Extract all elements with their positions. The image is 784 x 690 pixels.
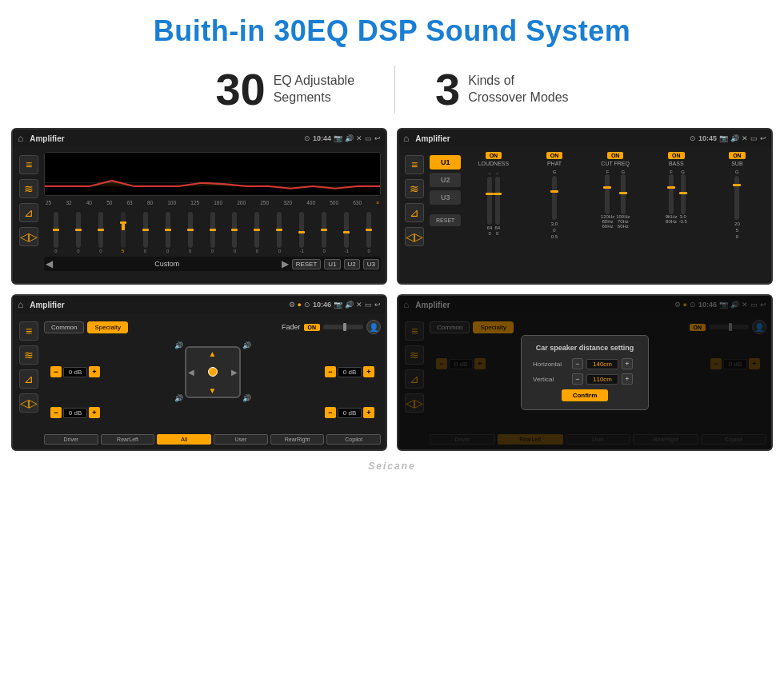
window-icon-2[interactable]: ▭ [750, 134, 758, 142]
home-icon[interactable]: ⌂ [18, 133, 23, 144]
back-icon-2[interactable]: ↩ [760, 134, 766, 142]
dialog-vertical-plus[interactable]: + [622, 373, 633, 385]
stat-crossover-number: 3 [435, 67, 460, 112]
cutfreq-slider-f[interactable] [605, 174, 610, 214]
eq-sidebar-btn-4[interactable]: ◁▷ [19, 227, 38, 246]
home-icon-3[interactable]: ⌂ [18, 299, 23, 310]
front-right-minus-btn[interactable]: − [325, 366, 336, 377]
eq-u3-btn[interactable]: U3 [363, 259, 379, 269]
eq-sidebar-btn-3[interactable]: ⊿ [19, 203, 38, 222]
bass-on-btn[interactable]: ON [668, 152, 685, 159]
dialog-horizontal-minus[interactable]: − [572, 358, 583, 369]
sub-label: SUB [731, 161, 742, 166]
user-btn[interactable]: User [214, 434, 268, 445]
rearright-btn[interactable]: RearRight [270, 434, 325, 445]
back-icon[interactable]: ↩ [374, 134, 381, 142]
crossover-u3-btn[interactable]: U3 [430, 190, 461, 205]
bass-slider-f[interactable] [669, 174, 674, 214]
fader-time: 10:46 [313, 301, 331, 309]
phat-slider[interactable] [552, 176, 557, 220]
rear-right-plus-btn[interactable]: + [363, 407, 374, 418]
front-left-minus-btn[interactable]: − [50, 366, 62, 377]
crossover-u1-btn[interactable]: U1 [430, 155, 461, 170]
crossover-sidebar-btn-4[interactable]: ◁▷ [405, 227, 424, 246]
sub-on-btn[interactable]: ON [729, 152, 746, 159]
eq-sidebar-btn-2[interactable]: ≋ [19, 179, 38, 198]
eq-reset-btn[interactable]: RESET [292, 259, 322, 269]
fader-main-area: Common Specialty Fader ON 👤 − 0 dB [44, 318, 381, 445]
front-left-plus-btn[interactable]: + [89, 366, 100, 377]
dialog-vertical-row: Vertical − 110cm + [533, 373, 637, 385]
profile-icon[interactable]: 👤 [366, 320, 381, 334]
fader-common-tab[interactable]: Common [44, 321, 84, 333]
close-icon-3[interactable]: ✕ [356, 301, 362, 309]
copilot-btn[interactable]: Copilot [326, 434, 381, 445]
sub-slider[interactable] [734, 176, 739, 220]
eq-slider-4: 0 [135, 212, 156, 253]
fader-sidebar-btn-1[interactable]: ≡ [19, 321, 38, 341]
eq-sliders: 0 0 0 [44, 209, 381, 253]
window-icon-3[interactable]: ▭ [365, 301, 372, 309]
front-right-plus-btn[interactable]: + [363, 366, 374, 377]
svg-rect-0 [45, 153, 380, 196]
crossover-sidebar-btn-3[interactable]: ⊿ [405, 203, 424, 222]
crossover-sidebar-btn-1[interactable]: ≡ [405, 155, 424, 174]
rear-left-db-value: 0 dB [63, 408, 87, 418]
eq-slider-10: 0 [269, 212, 290, 253]
crossover-sidebar-btn-2[interactable]: ≋ [405, 179, 424, 198]
window-icon[interactable]: ▭ [365, 134, 372, 142]
eq-u1-btn[interactable]: U1 [324, 259, 340, 269]
eq-prev-btn[interactable]: ◀ [46, 258, 53, 269]
rear-right-minus-btn[interactable]: − [325, 407, 336, 418]
loudness-slider-2[interactable] [495, 177, 500, 225]
eq-slider-0: 0 [46, 212, 66, 253]
fader-sidebar-btn-2[interactable]: ≋ [19, 345, 38, 365]
all-btn[interactable]: All [157, 434, 211, 445]
fader-status-bar: ⌂ Amplifier ⚙ ● ⊙ 10:46 📷 🔊 ✕ ▭ ↩ [13, 296, 386, 313]
dialog-vertical-label: Vertical [533, 376, 569, 383]
crossover-reset-btn[interactable]: RESET [430, 214, 461, 226]
eq-graph [44, 152, 381, 196]
fader-bottom-buttons: Driver RearLeft All User RearRight Copil… [44, 434, 381, 445]
bass-slider-g[interactable] [681, 174, 686, 214]
front-left-db-value: 0 dB [63, 367, 87, 377]
dialog-horizontal-plus[interactable]: + [622, 358, 633, 369]
rear-left-minus-btn[interactable]: − [50, 407, 62, 418]
eq-u2-btn[interactable]: U2 [344, 259, 360, 269]
stat-eq: 30 EQ Adjustable Segments [175, 67, 394, 112]
crossover-time: 10:45 [698, 134, 717, 142]
fader-sidebar-btn-3[interactable]: ⊿ [19, 369, 38, 389]
phat-label: PHAT [547, 161, 562, 166]
expand-icon[interactable]: » [376, 200, 379, 205]
dialog-confirm-btn[interactable]: Confirm [562, 389, 609, 401]
close-icon-2[interactable]: ✕ [742, 134, 748, 142]
distance-dialog-overlay: Car speaker distance setting Horizontal … [398, 296, 771, 449]
rearleft-btn[interactable]: RearLeft [101, 434, 155, 445]
fader-on-toggle[interactable]: ON [304, 324, 321, 331]
fader-tab-bar: Common Specialty Fader ON 👤 [44, 318, 381, 336]
eq-freq-labels: 25 32 40 50 63 80 100 125 160 200 250 32… [44, 199, 381, 206]
crossover-u2-btn[interactable]: U2 [430, 173, 461, 187]
speaker-rr-icon: 🔊 [242, 394, 251, 402]
eq-custom-label: Custom [56, 260, 278, 268]
phat-on-btn[interactable]: ON [546, 152, 563, 159]
rear-left-plus-btn[interactable]: + [89, 407, 100, 418]
front-right-db-control: − 0 dB + [325, 366, 374, 377]
dialog-vertical-minus[interactable]: − [572, 373, 583, 385]
eq-screen-panel: ⌂ Amplifier ⊙ 10:44 📷 🔊 ✕ ▭ ↩ ≡ ≋ ⊿ ◁▷ [11, 128, 387, 285]
eq-sidebar-btn-1[interactable]: ≡ [19, 155, 38, 174]
loudness-slider[interactable] [487, 177, 492, 225]
fader-sidebar-btn-4[interactable]: ◁▷ [19, 393, 38, 413]
crossover-cutfreq-col: ON CUT FREQ F 120Hz 80Hz 60Hz [586, 152, 645, 278]
home-icon-2[interactable]: ⌂ [403, 133, 409, 144]
eq-next-btn[interactable]: ▶ [282, 258, 289, 269]
fader-horizontal-slider[interactable] [323, 325, 363, 329]
loudness-on-btn[interactable]: ON [486, 152, 502, 159]
back-icon-3[interactable]: ↩ [374, 301, 381, 309]
cutfreq-on-btn[interactable]: ON [607, 152, 624, 159]
cutfreq-slider-g[interactable] [621, 174, 626, 214]
driver-btn[interactable]: Driver [44, 434, 98, 445]
car-diagram: ▲ ▼ ◀ ▶ 🔊 🔊 🔊 🔊 [173, 340, 253, 404]
close-icon[interactable]: ✕ [356, 134, 362, 142]
fader-specialty-tab[interactable]: Specialty [87, 321, 127, 333]
